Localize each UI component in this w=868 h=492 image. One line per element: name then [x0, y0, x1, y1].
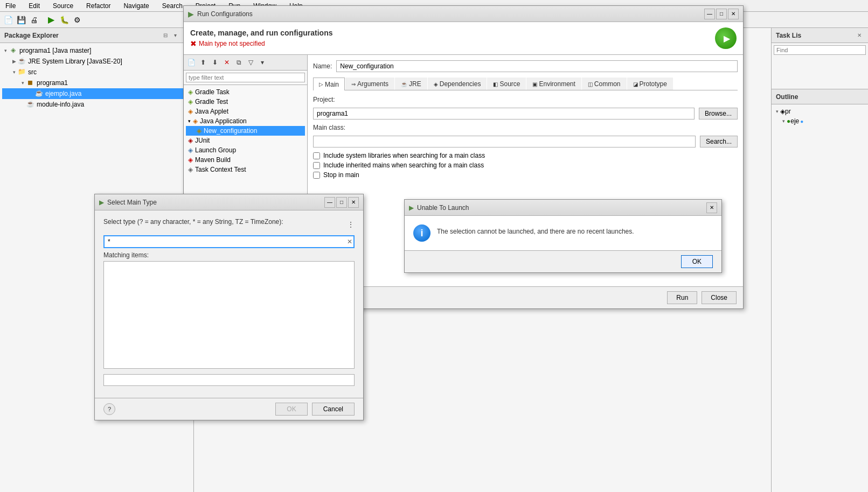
tab-main[interactable]: ▷ Main [313, 78, 345, 90]
minimize-btn[interactable]: — [704, 9, 715, 19]
unable-ok-btn[interactable]: OK [681, 255, 713, 268]
config-duplicate-btn[interactable]: ⧉ [233, 57, 244, 68]
toolbar-run[interactable]: ▶ [45, 14, 57, 26]
name-row: Name: [313, 60, 738, 72]
tab-jre-icon: ☕ [401, 81, 407, 87]
config-item-gradle-task[interactable]: ◈ Gradle Task [186, 87, 305, 97]
config-export-btn[interactable]: ⬆ [198, 57, 209, 68]
tab-arguments[interactable]: ⇒ Arguments [345, 78, 394, 90]
select-main-maximize[interactable]: □ [336, 197, 347, 208]
outline-item-eje[interactable]: ▾ ● eje ● [774, 116, 866, 126]
ok-btn-select[interactable]: OK [275, 403, 307, 416]
menu-navigate[interactable]: Navigate [120, 1, 152, 11]
maximize-btn[interactable]: □ [716, 9, 727, 19]
tab-dependencies[interactable]: ◈ Dependencies [428, 78, 487, 90]
tab-jre[interactable]: ☕ JRE [395, 78, 427, 90]
tab-source[interactable]: ◧ Source [487, 78, 526, 90]
menu-file[interactable]: File [2, 1, 19, 11]
run-btn[interactable]: Run [667, 291, 697, 304]
gradle-test-label: Gradle Test [195, 98, 228, 106]
menu-source[interactable]: Source [50, 1, 77, 11]
panel-menu-btn[interactable]: ▾ [171, 31, 179, 40]
unable-close-btn[interactable]: ✕ [706, 202, 717, 213]
src-icon: 📁 [17, 68, 26, 76]
tasklist-close-btn[interactable]: ✕ [855, 31, 864, 40]
tree-item-src[interactable]: ▾ 📁 src [2, 67, 191, 78]
config-delete-btn[interactable]: ✕ [221, 57, 232, 68]
checkbox-inherited-input[interactable] [313, 162, 320, 169]
tab-dependencies-label: Dependencies [440, 80, 481, 88]
browse-btn[interactable]: Browse... [699, 108, 738, 120]
select-main-close[interactable]: ✕ [348, 197, 359, 208]
qualifier-input[interactable] [103, 374, 355, 386]
config-filter-btn[interactable]: ▽ [245, 57, 256, 68]
config-item-java-applet[interactable]: ◈ Java Applet [186, 107, 305, 116]
config-toolbar: 📄 ⬆ ⬇ ✕ ⧉ ▽ ▾ [184, 55, 307, 71]
run-config-icon: ▶ [188, 10, 194, 18]
config-item-new-config[interactable]: ◈ New_configuration [186, 126, 305, 136]
toolbar-settings[interactable]: ⚙ [71, 14, 83, 26]
config-item-java-app[interactable]: ▾ ◈ Java Application [186, 116, 305, 126]
mainclass-input[interactable] [313, 136, 696, 147]
tree-item-jre[interactable]: ▶ ☕ JRE System Library [JavaSE-20] [2, 56, 191, 67]
filter-input[interactable] [186, 73, 305, 82]
config-item-gradle-test[interactable]: ◈ Gradle Test [186, 97, 305, 107]
checkbox-systemlibs-input[interactable] [313, 152, 320, 159]
help-btn[interactable]: ? [103, 403, 115, 415]
select-main-title-label: Select Main Type [107, 199, 157, 206]
config-item-maven-build[interactable]: ◈ Maven Build [186, 155, 305, 165]
search-input[interactable] [103, 235, 355, 248]
config-import-btn[interactable]: ⬇ [210, 57, 220, 68]
select-main-minimize[interactable]: — [324, 197, 335, 208]
filter-input-wrap [184, 71, 307, 85]
tab-prototype[interactable]: ◪ Prototype [627, 78, 673, 90]
select-main-type-dialog: ▶ Select Main Type — □ ✕ Select type (? … [94, 194, 364, 420]
package-explorer-header: Package Explorer ⊟ ▾ ✕ [0, 28, 193, 43]
gradle-task-icon: ◈ [188, 88, 193, 96]
menu-edit[interactable]: Edit [25, 1, 43, 11]
tab-common[interactable]: ◫ Common [582, 78, 627, 90]
name-input[interactable] [336, 60, 738, 72]
cancel-btn-select[interactable]: Cancel [312, 403, 355, 416]
search-btn[interactable]: Search... [700, 136, 738, 147]
tree-item-pkg[interactable]: ▾ ◼ programa1 [2, 78, 191, 88]
run-header-btn[interactable] [715, 27, 737, 49]
tab-environment[interactable]: ▣ Environment [526, 78, 581, 90]
toolbar-print[interactable]: 🖨 [28, 14, 40, 26]
search-clear-btn[interactable]: ✕ [347, 238, 352, 245]
config-item-junit[interactable]: ◈ JUnit [186, 136, 305, 145]
config-item-task-context[interactable]: ◈ Task Context Test [186, 165, 305, 174]
config-item-launch-group[interactable]: ◈ Launch Group [186, 145, 305, 155]
tree-item-programa1[interactable]: ▾ ◈ programa1 [Java master] [2, 45, 191, 56]
toolbar-debug[interactable]: 🐛 [58, 14, 70, 26]
matching-list[interactable] [103, 261, 355, 369]
mainclass-label: Main class: [313, 124, 345, 131]
close-btn-footer[interactable]: Close [702, 291, 737, 304]
tree-item-ejemplo[interactable]: ☕ ejemplo.java [2, 88, 191, 99]
matching-label: Matching items: [103, 251, 355, 259]
toolbar-save[interactable]: 💾 [15, 14, 27, 26]
panel-collapse-btn[interactable]: ⊟ [161, 31, 170, 40]
tree-label-ejemplo: ejemplo.java [45, 90, 81, 97]
close-btn[interactable]: ✕ [728, 9, 739, 19]
java-app-arrow: ▾ [188, 118, 191, 124]
unable-to-launch-dialog: ▶ Unable To Launch ✕ i The selection can… [404, 199, 722, 273]
config-new-btn[interactable]: 📄 [186, 57, 197, 68]
find-input[interactable] [774, 45, 866, 55]
outline-icon-pr: ◈ [780, 108, 785, 115]
maven-build-icon: ◈ [188, 156, 193, 164]
java-app-label: Java Application [200, 117, 247, 125]
tab-main-icon: ▷ [319, 81, 323, 87]
toolbar-new[interactable]: 📄 [2, 14, 14, 26]
gradle-test-icon: ◈ [188, 98, 193, 106]
menu-refactor[interactable]: Refactor [83, 1, 114, 11]
menu-search[interactable]: Search [159, 1, 186, 11]
project-input-row: Browse... [313, 108, 738, 120]
options-icon[interactable]: ⋮ [347, 220, 355, 229]
project-input[interactable] [313, 108, 695, 120]
tree-item-moduleinfo[interactable]: ☕ module-info.java [2, 99, 191, 110]
outline-item-pr[interactable]: ▾ ◈ pr [774, 107, 866, 116]
checkbox-stopinmain-input[interactable] [313, 172, 320, 179]
tab-arguments-icon: ⇒ [351, 81, 356, 87]
config-more-btn[interactable]: ▾ [257, 57, 268, 68]
